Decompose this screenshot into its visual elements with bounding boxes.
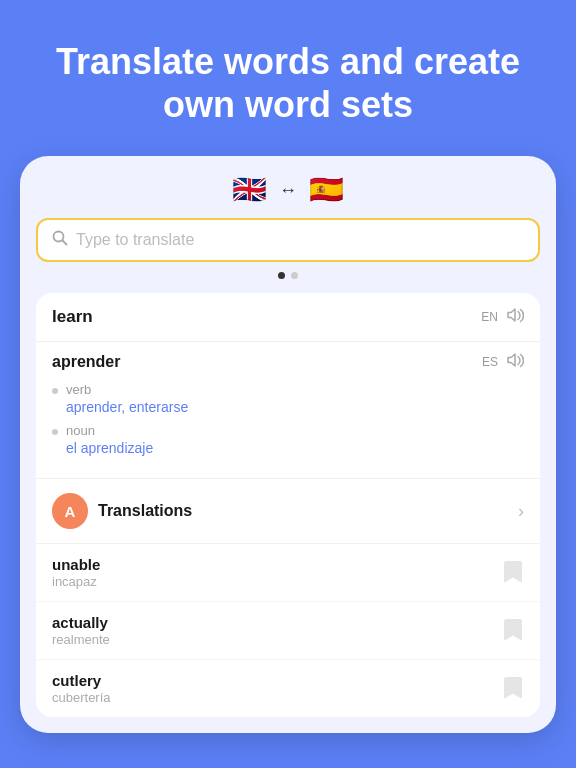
vocab-es-1: realmente [52, 632, 110, 647]
vocab-item-2[interactable]: cutlery cubertería [36, 660, 540, 717]
translations-label: Translations [98, 502, 192, 520]
translations-row[interactable]: A Translations › [36, 479, 540, 544]
page-title: Translate words and create own word sets [40, 40, 536, 126]
bookmark-icon-2[interactable] [504, 677, 524, 701]
pos-words-verb[interactable]: aprender, enterarse [66, 399, 188, 415]
vocab-words-1: actually realmente [52, 614, 110, 647]
main-word: learn [52, 307, 93, 327]
main-word-section: learn EN [36, 293, 540, 342]
trans-speaker-icon[interactable] [506, 352, 524, 372]
pos-dot-verb [52, 388, 58, 394]
vocab-words-0: unable incapaz [52, 556, 100, 589]
dot-2[interactable] [291, 272, 298, 279]
results-card: learn EN aprender ES [36, 293, 540, 717]
chevron-right-icon: › [518, 501, 524, 522]
pos-verb-content: verb aprender, enterarse [66, 382, 188, 415]
page-dots [36, 272, 540, 279]
vocab-en-0: unable [52, 556, 100, 573]
main-word-meta: EN [481, 307, 524, 327]
pos-label-noun: noun [66, 423, 153, 438]
translation-section: aprender ES verb ap [36, 342, 540, 479]
language-selector-row: 🇬🇧 ↔ 🇪🇸 [36, 176, 540, 204]
pos-noun-content: noun el aprendizaje [66, 423, 153, 456]
svg-line-1 [63, 241, 67, 245]
translated-word: aprender [52, 353, 120, 371]
trans-word-meta: ES [482, 352, 524, 372]
trans-lang-badge: ES [482, 355, 498, 369]
vocab-item-1[interactable]: actually realmente [36, 602, 540, 660]
flag-to[interactable]: 🇪🇸 [309, 176, 344, 204]
vocab-section: unable incapaz actually realmente cu [36, 544, 540, 717]
pos-noun-item: noun el aprendizaje [52, 423, 524, 456]
main-speaker-icon[interactable] [506, 307, 524, 327]
pos-words-noun[interactable]: el aprendizaje [66, 440, 153, 456]
main-lang-badge: EN [481, 310, 498, 324]
pos-verb-item: verb aprender, enterarse [52, 382, 524, 415]
search-bar[interactable]: Type to translate [36, 218, 540, 262]
vocab-es-0: incapaz [52, 574, 100, 589]
vocab-words-2: cutlery cubertería [52, 672, 111, 705]
pos-dot-noun [52, 429, 58, 435]
vocab-en-1: actually [52, 614, 110, 631]
search-placeholder: Type to translate [76, 231, 194, 249]
translations-avatar: A [52, 493, 88, 529]
vocab-es-2: cubertería [52, 690, 111, 705]
main-card: 🇬🇧 ↔ 🇪🇸 Type to translate learn EN [20, 156, 556, 733]
header-section: Translate words and create own word sets [0, 0, 576, 156]
vocab-en-2: cutlery [52, 672, 111, 689]
search-icon [52, 230, 68, 250]
translations-left: A Translations [52, 493, 192, 529]
vocab-item-0[interactable]: unable incapaz [36, 544, 540, 602]
flag-from[interactable]: 🇬🇧 [232, 176, 267, 204]
bookmark-icon-1[interactable] [504, 619, 524, 643]
swap-languages-icon[interactable]: ↔ [279, 180, 297, 201]
pos-label-verb: verb [66, 382, 188, 397]
dot-1[interactable] [278, 272, 285, 279]
bookmark-icon-0[interactable] [504, 561, 524, 585]
